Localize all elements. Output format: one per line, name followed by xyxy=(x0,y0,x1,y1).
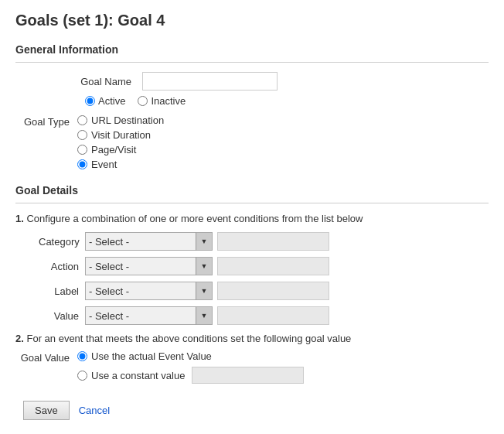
goal-type-url-radio[interactable] xyxy=(77,115,87,125)
step2-text: 2. For an event that meets the above con… xyxy=(15,333,489,344)
divider-1 xyxy=(15,62,489,63)
divider-2 xyxy=(15,203,489,203)
goal-type-options: URL Destination Visit Duration Page/Visi… xyxy=(77,114,164,170)
goal-type-page-radio[interactable] xyxy=(77,145,87,155)
goal-details-heading: Goal Details xyxy=(15,184,489,196)
label-text-input[interactable] xyxy=(217,282,329,300)
goal-type-label: Goal Type xyxy=(15,114,77,170)
goal-name-row: Goal Name xyxy=(77,72,489,91)
goal-type-visit[interactable]: Visit Duration xyxy=(77,129,164,141)
goal-type-event-radio[interactable] xyxy=(77,159,87,169)
step1-text: 1. Configure a combination of one or mor… xyxy=(15,213,489,224)
constant-value-radio[interactable] xyxy=(77,371,87,381)
goal-type-section: Goal Type URL Destination Visit Duration… xyxy=(15,114,489,170)
active-label[interactable]: Active xyxy=(85,95,125,107)
category-row: Category - Select - xyxy=(39,232,489,251)
value-label: Value xyxy=(39,310,85,322)
save-button[interactable]: Save xyxy=(23,401,70,420)
value-select-wrapper: - Select - xyxy=(85,306,213,325)
active-radio[interactable] xyxy=(85,96,95,106)
category-select[interactable]: - Select - xyxy=(85,232,213,251)
general-info-heading: General Information xyxy=(15,43,489,56)
actual-value-radio[interactable] xyxy=(77,351,87,361)
goal-value-options: Use the actual Event Value Use a constan… xyxy=(77,350,304,384)
inactive-label[interactable]: Inactive xyxy=(138,95,186,107)
cancel-link[interactable]: Cancel xyxy=(79,405,110,416)
value-text-input[interactable] xyxy=(217,306,329,325)
value-select[interactable]: - Select - xyxy=(85,306,213,325)
button-row: Save Cancel xyxy=(23,401,489,420)
label-select[interactable]: - Select - xyxy=(85,282,213,300)
action-label: Action xyxy=(39,261,85,272)
category-select-wrapper: - Select - xyxy=(85,232,213,251)
value-row: Value - Select - xyxy=(39,306,489,325)
constant-value-label[interactable]: Use a constant value xyxy=(77,367,304,384)
constant-value-input[interactable] xyxy=(192,367,304,384)
page-title: Goals (set 1): Goal 4 xyxy=(15,12,489,29)
goal-value-section: Goal Value Use the actual Event Value Us… xyxy=(15,350,489,384)
goal-type-url[interactable]: URL Destination xyxy=(77,114,164,126)
goal-type-page[interactable]: Page/Visit xyxy=(77,144,164,155)
label-label: Label xyxy=(39,285,85,297)
goal-details-section: Goal Details 1. Configure a combination … xyxy=(15,184,489,384)
category-text-input[interactable] xyxy=(217,232,329,251)
action-select-wrapper: - Select - xyxy=(85,257,213,275)
goal-type-visit-radio[interactable] xyxy=(77,130,87,140)
goal-value-label: Goal Value xyxy=(15,350,77,384)
status-row: Active Inactive xyxy=(85,95,489,107)
goal-name-label: Goal Name xyxy=(77,76,139,87)
action-text-input[interactable] xyxy=(217,257,329,275)
label-select-wrapper: - Select - xyxy=(85,282,213,300)
goal-type-event[interactable]: Event xyxy=(77,159,164,170)
action-row: Action - Select - xyxy=(39,257,489,275)
goal-name-input[interactable] xyxy=(142,72,278,91)
action-select[interactable]: - Select - xyxy=(85,257,213,275)
actual-value-label[interactable]: Use the actual Event Value xyxy=(77,350,304,362)
category-label: Category xyxy=(39,236,85,248)
inactive-radio[interactable] xyxy=(138,96,148,106)
label-row: Label - Select - xyxy=(39,282,489,300)
